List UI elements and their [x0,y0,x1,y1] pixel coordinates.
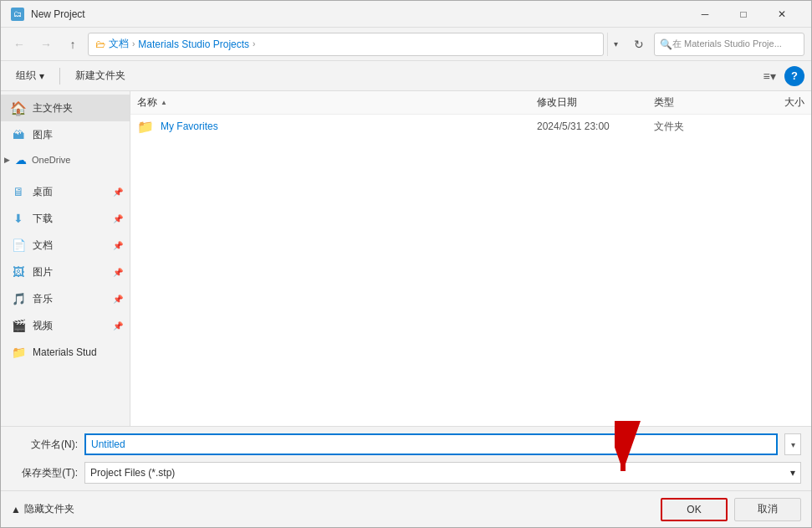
refresh-button[interactable]: ↻ [627,33,651,56]
sidebar-item-music[interactable]: 🎵 音乐 📌 [1,285,130,312]
chevron-up-icon: ▲ [11,504,21,515]
sidebar-label-video: 视频 [33,319,53,333]
filename-label: 文件名(N): [11,438,78,452]
action-buttons: OK 取消 [661,498,801,521]
close-button[interactable]: ✕ [763,1,801,28]
new-folder-button[interactable]: 新建文件夹 [67,65,134,87]
dialog-title: New Project [31,8,686,20]
sidebar-item-pictures[interactable]: 🏔 图库 [1,121,130,148]
images-icon: 🖼 [11,264,26,279]
search-bar[interactable]: 🔍 在 Materials Studio Proje... [654,33,804,56]
expand-chevron-icon: ▶ [4,156,10,164]
app-icon: 🗂 [11,8,24,21]
new-folder-label: 新建文件夹 [75,69,125,83]
col-size-header[interactable]: 大小 [738,95,804,110]
window-controls: ─ □ ✕ [686,1,801,28]
toolbar-right: ≡ ▾ ? [758,64,804,88]
forward-button[interactable]: → [34,33,58,56]
maximize-button[interactable]: □ [724,1,763,28]
col-type-label: 类型 [654,96,674,108]
breadcrumb-part2[interactable]: Materials Studio Projects [138,38,249,50]
dialog-window: 🗂 New Project ─ □ ✕ ← → ↑ 🗁 文档 › Materia… [0,0,812,528]
sidebar-item-desktop[interactable]: 🖥 桌面 📌 [1,178,130,205]
sidebar-label-pictures: 图库 [33,128,53,142]
sidebar-item-home[interactable]: 🏠 主文件夹 [1,95,130,121]
sidebar: 🏠 主文件夹 🏔 图库 ▶ ☁ OneDrive 🖥 桌面 📌 [1,91,130,426]
content-area: 🏠 主文件夹 🏔 图库 ▶ ☁ OneDrive 🖥 桌面 📌 [1,91,811,426]
up-button[interactable]: ↑ [61,33,84,56]
toolbar: 组织 ▾ 新建文件夹 ≡ ▾ ? [1,61,811,91]
sidebar-label-documents: 文档 [33,238,53,253]
pin-icon-documents: 📌 [113,241,123,250]
folder-icon: 🗁 [95,38,105,50]
search-placeholder: 在 Materials Studio Proje... [672,38,782,50]
sidebar-label-desktop: 桌面 [33,185,53,199]
folder-file-icon: 📁 [137,119,152,134]
filetype-label: 保存类型(T): [11,466,78,480]
search-icon: 🔍 [660,38,672,50]
view-icon: ≡ [763,69,769,83]
col-name-header[interactable]: 名称 ▲ [137,95,537,110]
sort-icon: ▲ [161,99,167,106]
breadcrumb-sep1: › [132,39,135,49]
filename-dropdown-button[interactable]: ▾ [784,433,801,455]
title-bar: 🗂 New Project ─ □ ✕ [1,1,811,28]
breadcrumb-part1[interactable]: 文档 [109,37,129,51]
filetype-value: Project Files (*.stp) [90,467,175,479]
pin-icon-images: 📌 [113,268,123,277]
minimize-button[interactable]: ─ [686,1,724,28]
materials-folder-icon: 📁 [11,345,26,360]
col-size-label: 大小 [784,96,804,108]
video-icon: 🎬 [11,318,26,333]
documents-icon: 📄 [11,238,26,253]
col-type-header[interactable]: 类型 [654,95,738,110]
home-icon: 🏠 [11,100,26,115]
file-list: 名称 ▲ 修改日期 类型 大小 📁 My Favorites [130,91,811,426]
sidebar-item-images[interactable]: 🖼 图片 📌 [1,259,130,285]
pin-icon-music: 📌 [113,295,123,304]
filename-input[interactable] [84,433,778,455]
bottom-area: 文件名(N): ▾ 保存类型(T): Project Files (*.stp)… [1,426,811,490]
download-icon: ⬇ [11,211,26,226]
pictures-icon: 🏔 [11,127,26,142]
col-date-header[interactable]: 修改日期 [537,95,654,110]
filename-row: 文件名(N): ▾ [1,427,811,459]
file-list-body: 📁 My Favorites 2024/5/31 23:00 文件夹 [130,115,811,426]
pin-icon-desktop: 📌 [113,187,123,197]
hide-folder-button[interactable]: ▲ 隐藏文件夹 [11,502,74,516]
view-chevron-icon: ▾ [770,69,776,83]
sidebar-divider-1 [1,172,130,178]
file-type-value: 文件夹 [654,120,684,132]
sidebar-item-downloads[interactable]: ⬇ 下载 📌 [1,205,130,232]
filetype-select[interactable]: Project Files (*.stp) ▾ [84,462,801,484]
back-button[interactable]: ← [8,33,31,56]
action-bar: ▲ 隐藏文件夹 OK 取消 [1,490,811,527]
sidebar-item-video[interactable]: 🎬 视频 📌 [1,312,130,339]
breadcrumb-sep2: › [253,39,255,49]
sidebar-item-documents[interactable]: 📄 文档 📌 [1,232,130,259]
toolbar-separator [59,68,60,85]
ok-button[interactable]: OK [661,498,728,521]
organize-button[interactable]: 组织 ▾ [8,65,53,87]
sidebar-label-images: 图片 [33,265,53,279]
col-name-label: 名称 [137,95,157,110]
cancel-button[interactable]: 取消 [734,498,801,521]
sidebar-label-materials: Materials Stud [33,346,97,358]
sidebar-onedrive-expand[interactable]: ▶ ☁ OneDrive [1,148,130,172]
file-row-myfavorites[interactable]: 📁 My Favorites 2024/5/31 23:00 文件夹 [130,115,811,138]
pin-icon-video: 📌 [113,321,123,331]
onedrive-icon: ☁ [13,152,28,167]
address-bar[interactable]: 🗁 文档 › Materials Studio Projects › [88,33,604,56]
organize-label: 组织 [16,69,36,83]
sidebar-label-onedrive: OneDrive [32,155,70,165]
sidebar-label-music: 音乐 [33,292,53,306]
file-date-col: 2024/5/31 23:00 [537,120,654,132]
address-dropdown-button[interactable]: ▾ [607,33,624,56]
help-button[interactable]: ? [784,66,804,86]
view-button[interactable]: ≡ ▾ [758,64,781,88]
file-list-header: 名称 ▲ 修改日期 类型 大小 [130,91,811,115]
file-name-col: 📁 My Favorites [137,119,537,134]
sidebar-label-downloads: 下载 [33,212,53,226]
file-date-value: 2024/5/31 23:00 [537,120,610,132]
sidebar-item-materials[interactable]: 📁 Materials Stud [1,339,130,366]
